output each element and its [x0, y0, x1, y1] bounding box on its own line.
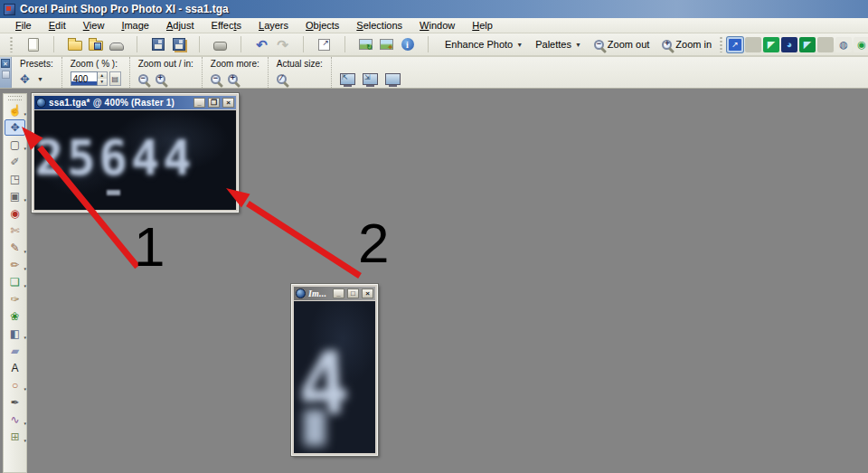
- effect-blue-shape-icon[interactable]: ◕: [781, 37, 797, 52]
- menu-effects[interactable]: Effects: [203, 19, 250, 32]
- red-eye-tool[interactable]: ◉: [5, 205, 25, 222]
- pen-tool[interactable]: ✒: [5, 394, 25, 411]
- main-toolbar: ↶ ↷ i Enhance Photo ▼ Palettes ▼ − Zoom …: [0, 33, 868, 57]
- enhance-photo-button[interactable]: Enhance Photo ▼: [439, 37, 529, 52]
- full-screen-icon[interactable]: [385, 73, 401, 85]
- ssa1-window-title-bar[interactable]: ssa1.tga* @ 400% (Raster 1) _ ❐ ×: [34, 96, 236, 109]
- effect-green-sphere-icon[interactable]: ◉: [854, 37, 868, 52]
- annotation-label-1: 1: [134, 219, 165, 275]
- separator: [241, 36, 241, 52]
- save-as-icon[interactable]: [173, 38, 185, 51]
- arrow-2-line: [248, 203, 360, 276]
- menu-selections[interactable]: Selections: [348, 19, 411, 32]
- pin-icon[interactable]: [2, 71, 10, 79]
- selection-tool[interactable]: ▢: [5, 137, 25, 153]
- menu-file[interactable]: File: [7, 19, 41, 32]
- zoom-in-icon[interactable]: +: [156, 74, 165, 84]
- menu-view[interactable]: View: [75, 19, 114, 32]
- full-screen-preview-icon[interactable]: ↗: [727, 37, 743, 52]
- presets-icon[interactable]: ✥: [20, 72, 30, 86]
- save-icon[interactable]: [152, 38, 165, 51]
- effect-globe-icon[interactable]: ◍: [835, 37, 852, 52]
- zoom-in-more-icon[interactable]: +: [228, 74, 238, 84]
- options-palette-handle[interactable]: ✕: [0, 57, 12, 88]
- minimize-button[interactable]: _: [333, 289, 344, 298]
- ssa1-image-window[interactable]: ssa1.tga* @ 400% (Raster 1) _ ❐ × 25644: [32, 93, 239, 213]
- magnified-digit-blob-2: [304, 410, 326, 446]
- close-button[interactable]: ×: [362, 289, 373, 298]
- psp-document-icon: [296, 289, 306, 298]
- menu-adjust[interactable]: Adjust: [158, 19, 203, 32]
- menu-image[interactable]: Image: [113, 19, 158, 32]
- undo-icon[interactable]: ↶: [256, 38, 268, 52]
- menu-help[interactable]: Help: [464, 19, 502, 32]
- open-icon[interactable]: [68, 41, 82, 51]
- separator: [53, 36, 54, 52]
- zoom-percent-section: Zoom ( % ): ▲▼ ▤: [62, 57, 130, 88]
- separator: [745, 37, 761, 52]
- dropper-tool[interactable]: ✐: [5, 154, 25, 170]
- minimize-button[interactable]: _: [193, 98, 205, 108]
- pan-tool[interactable]: ☝: [5, 102, 25, 118]
- flood-fill-tool[interactable]: ◧: [5, 326, 25, 342]
- menu-objects[interactable]: Objects: [297, 19, 348, 32]
- ssa1-image-canvas[interactable]: 25644: [34, 110, 236, 210]
- new-icon[interactable]: [28, 38, 39, 52]
- move-tool[interactable]: ✥: [5, 119, 25, 136]
- warp-brush-tool[interactable]: ∿: [5, 412, 25, 428]
- photo-fix-icon[interactable]: [359, 39, 373, 50]
- restore-button[interactable]: ❐: [208, 98, 220, 108]
- paint-brush-tool[interactable]: ✎: [5, 240, 25, 256]
- menu-edit[interactable]: Edit: [41, 19, 75, 32]
- clone-brush-tool[interactable]: ❏: [5, 274, 25, 290]
- resize-icon[interactable]: [318, 39, 330, 51]
- actual-size-icon[interactable]: ∕: [277, 74, 287, 84]
- crop-tool[interactable]: ◳: [5, 171, 25, 187]
- menu-layers[interactable]: Layers: [250, 19, 297, 32]
- zoom-out-button[interactable]: − Zoom out: [588, 37, 656, 52]
- close-icon[interactable]: ✕: [1, 59, 10, 68]
- presets-section: Presets: ✥ ▼: [12, 57, 62, 88]
- fit-image-to-window-icon[interactable]: ⇲: [363, 73, 378, 85]
- photo-adjust-icon[interactable]: [380, 39, 393, 50]
- pick-tool[interactable]: ▣: [5, 188, 25, 204]
- preset-shape-tool[interactable]: ○: [5, 377, 25, 393]
- zoom-percent-stepper[interactable]: ▲▼: [98, 71, 108, 86]
- actual-size-label: Actual size:: [277, 59, 323, 69]
- effect-pinwheel-icon[interactable]: ◤: [799, 37, 816, 52]
- image1-window[interactable]: Im... _ □ × 4: [291, 284, 378, 456]
- image1-canvas[interactable]: 4: [294, 301, 375, 453]
- zoom-in-button[interactable]: + Zoom in: [656, 37, 718, 52]
- palettes-button[interactable]: Palettes ▼: [529, 37, 588, 52]
- eraser-tool[interactable]: ▰: [5, 343, 25, 359]
- info-icon[interactable]: i: [401, 38, 414, 51]
- zoom-slider-button[interactable]: ▤: [109, 71, 121, 86]
- dodge-brush-tool[interactable]: ✑: [5, 291, 25, 307]
- browse-icon[interactable]: [89, 41, 103, 51]
- fit-window-to-image-icon[interactable]: ⇱: [340, 73, 355, 85]
- psp-document-icon: [36, 98, 46, 108]
- print-icon[interactable]: [213, 42, 227, 51]
- tools-palette-grip[interactable]: [8, 96, 22, 100]
- mesh-warp-tool[interactable]: ⊞: [5, 429, 25, 445]
- zoom-out-icon[interactable]: −: [138, 74, 148, 84]
- image1-window-title-bar[interactable]: Im... _ □ ×: [294, 287, 375, 300]
- zoom-out-icon: −: [594, 40, 604, 50]
- scan-icon[interactable]: [109, 43, 124, 51]
- redo-icon[interactable]: ↷: [277, 38, 288, 52]
- chevron-down-icon[interactable]: ▼: [37, 76, 43, 82]
- zoom-percent-input[interactable]: [71, 71, 98, 86]
- color-replacer-tool[interactable]: ✏: [5, 257, 25, 273]
- menu-window[interactable]: Window: [411, 19, 464, 32]
- effect-browser-icon[interactable]: ◤: [763, 37, 779, 52]
- toolbar-grip: [9, 36, 14, 52]
- close-button[interactable]: ×: [222, 98, 234, 108]
- zoom-out-more-icon[interactable]: −: [211, 74, 221, 84]
- maximize-button[interactable]: □: [347, 289, 359, 298]
- picture-tube-tool[interactable]: ❀: [5, 308, 25, 325]
- actual-size-section: Actual size: ∕: [269, 57, 332, 88]
- text-tool[interactable]: A: [5, 360, 25, 376]
- separator: [817, 37, 834, 52]
- makeover-tool[interactable]: ✄: [5, 222, 25, 239]
- zoom-percent-label: Zoom ( % ):: [71, 59, 121, 69]
